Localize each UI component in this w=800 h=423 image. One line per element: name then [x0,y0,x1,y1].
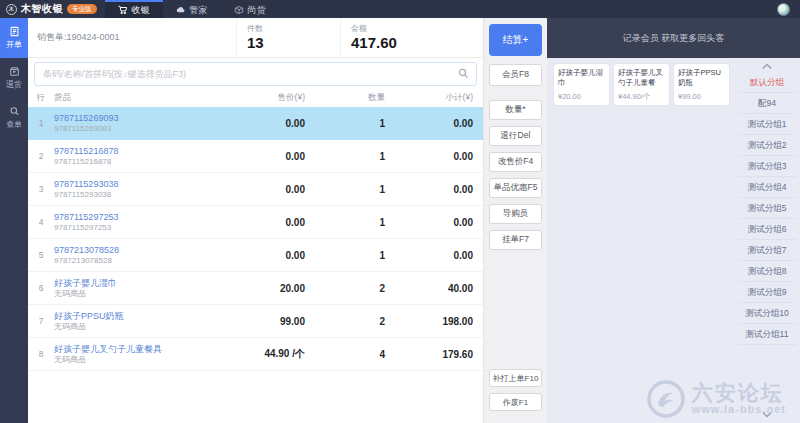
row-line-no: 6 [28,283,54,293]
sidebar-item-open-bill[interactable]: 开单 [0,18,28,58]
item-count-block: 件数 13 [236,18,340,57]
row-product: 97871152690939787115269093 [54,112,220,135]
chevron-up-icon[interactable] [762,60,772,72]
barcode-search-input[interactable] [34,62,477,86]
member-button[interactable]: 会员F8 [489,64,542,86]
product-name-link[interactable]: 好孩子PPSU奶瓶 [54,310,220,322]
product-card[interactable]: 好孩子PPSU奶瓶 ¥99.00 [674,64,729,105]
tab-cashier[interactable]: 收银 [105,0,163,18]
row-price: 0.00 [220,151,305,162]
row-line-no: 1 [28,118,54,128]
table-row[interactable]: 2 97871152168789787115216878 0.00 1 0.00 [28,140,483,173]
category-item[interactable]: 测试分组11 [738,324,796,345]
category-item[interactable]: 测试分组10 [738,303,796,324]
row-line-no: 8 [28,349,54,359]
product-name-link[interactable]: 9787115297253 [54,211,220,223]
member-banner[interactable]: 记录会员 获取更多回头客 [547,18,800,58]
row-qty: 1 [305,217,385,228]
row-qty: 2 [305,316,385,327]
product-card[interactable]: 好孩子婴儿湿巾 ¥20.00 [554,64,609,105]
row-price: 20.00 [220,283,305,294]
logo-icon: 木 [6,4,17,15]
left-sidebar: 开单 退货 查单 [0,18,28,423]
reprint-last-button[interactable]: 补打上单F10 [489,369,542,387]
sidebar-item-refund[interactable]: 退货 [0,58,28,98]
product-card-name: 好孩子婴儿叉勺子儿童餐 [618,68,665,89]
row-price: 0.00 [220,184,305,195]
product-card-price: ¥99.00 [678,92,725,101]
count-label: 件数 [247,23,340,34]
product-name-link[interactable]: 好孩子婴儿叉勺子儿童餐具 [54,343,220,355]
product-sub: 无码商品 [54,289,220,299]
cart-icon [118,5,128,15]
product-card-price: ¥20.00 [558,92,605,101]
col-product: 货品 [54,92,220,104]
product-sub: 9787115293038 [54,190,220,200]
table-row[interactable]: 5 97872130785289787213078528 0.00 1 0.00 [28,239,483,272]
pos-app: 木 木智收银 专业版 收银 管家 尚货 开单 退货 [0,0,800,423]
item-discount-button[interactable]: 单品优惠F5 [489,178,542,198]
sidebar-refund-label: 退货 [6,79,22,90]
remove-line-button[interactable]: 退行Del [489,126,542,146]
table-row[interactable]: 1 97871152690939787115269093 0.00 1 0.00 [28,107,483,140]
row-qty: 1 [305,250,385,261]
category-item[interactable]: 测试分组5 [738,198,796,219]
table-row[interactable]: 3 97871152930389787115293038 0.00 1 0.00 [28,173,483,206]
category-item[interactable]: 测试分组2 [738,135,796,156]
search-doc-icon [9,106,20,117]
category-item[interactable]: 配94 [738,93,796,114]
product-name-link[interactable]: 9787115216878 [54,145,220,157]
void-bill-button[interactable]: 作废F1 [489,393,542,411]
product-card-price: ¥44.90/个 [618,92,665,102]
top-bar: 木 木智收银 专业版 收银 管家 尚货 [0,0,800,18]
row-subtotal: 198.00 [385,316,473,327]
table-row[interactable]: 6 好孩子婴儿湿巾无码商品 20.00 2 40.00 [28,272,483,305]
user-avatar[interactable] [777,3,790,16]
row-line-no: 3 [28,184,54,194]
row-qty: 4 [305,349,385,360]
salesclerk-button[interactable]: 导购员 [489,204,542,224]
row-subtotal: 0.00 [385,217,473,228]
quick-product-grid: 好孩子婴儿湿巾 ¥20.00 好孩子婴儿叉勺子儿童餐 ¥44.90/个 好孩子P… [547,58,734,423]
row-product: 97872130785289787213078528 [54,244,220,267]
product-sub: 无码商品 [54,355,220,365]
app-logo: 木 木智收银 专业版 [0,0,105,18]
amount-value: 417.60 [351,34,444,51]
row-price: 99.00 [220,316,305,327]
change-price-button[interactable]: 改售价F4 [489,152,542,172]
product-name-link[interactable]: 9787115293038 [54,178,220,190]
sale-item-list: 1 97871152690939787115269093 0.00 1 0.00… [28,107,483,423]
row-price: 44.90 /个 [220,347,305,361]
table-row[interactable]: 7 好孩子PPSU奶瓶无码商品 99.00 2 198.00 [28,305,483,338]
product-sub: 9787115269093 [54,124,220,134]
row-price: 0.00 [220,250,305,261]
category-item-default[interactable]: 默认分组 [738,72,796,93]
category-item[interactable]: 测试分组3 [738,156,796,177]
product-name-link[interactable]: 好孩子婴儿湿巾 [54,277,220,289]
category-item[interactable]: 测试分组4 [738,177,796,198]
quantity-button[interactable]: 数量* [489,100,542,120]
product-name-link[interactable]: 9787213078528 [54,244,220,256]
sidebar-query-label: 查单 [6,119,22,130]
product-name-link[interactable]: 9787115269093 [54,112,220,124]
product-card-name: 好孩子婴儿湿巾 [558,68,605,89]
right-panel-body: 好孩子婴儿湿巾 ¥20.00 好孩子婴儿叉勺子儿童餐 ¥44.90/个 好孩子P… [547,58,800,423]
row-subtotal: 0.00 [385,151,473,162]
category-item[interactable]: 测试分组7 [738,240,796,261]
product-card[interactable]: 好孩子婴儿叉勺子儿童餐 ¥44.90/个 [614,64,669,105]
category-item[interactable]: 测试分组1 [738,114,796,135]
table-row[interactable]: 4 97871152972539787115297253 0.00 1 0.00 [28,206,483,239]
row-subtotal: 0.00 [385,184,473,195]
sidebar-item-query[interactable]: 查单 [0,98,28,138]
row-product: 好孩子PPSU奶瓶无码商品 [54,310,220,333]
tab-manager[interactable]: 管家 [163,0,221,18]
settle-button[interactable]: 结算+ [489,24,542,56]
table-row[interactable]: 8 好孩子婴儿叉勺子儿童餐具无码商品 44.90 /个 4 179.60 [28,338,483,371]
hold-bill-button[interactable]: 挂单F7 [489,230,542,250]
category-item[interactable]: 测试分组6 [738,219,796,240]
category-item[interactable]: 测试分组8 [738,261,796,282]
tab-goods[interactable]: 尚货 [221,0,279,18]
row-subtotal: 40.00 [385,283,473,294]
chevron-down-icon[interactable] [762,408,772,420]
category-item[interactable]: 测试分组9 [738,282,796,303]
